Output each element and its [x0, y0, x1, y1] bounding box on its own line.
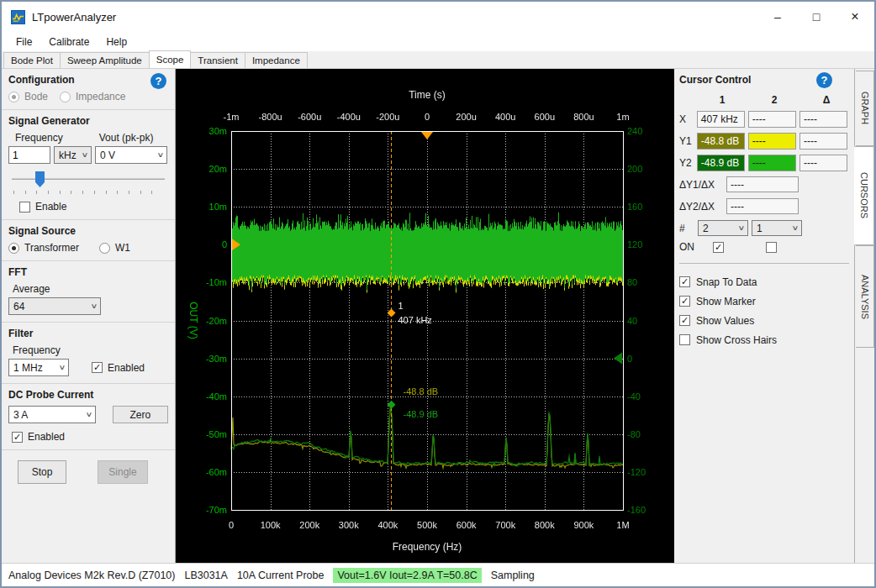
help-icon[interactable]: ? — [816, 72, 832, 88]
tab-sweep-amplitude[interactable]: Sweep Amplitude — [60, 52, 150, 68]
enable-checkbox[interactable] — [19, 202, 30, 213]
dc-probe-section: DC Probe Current 3 A∨ Zero ✓ Enabled — [2, 384, 175, 450]
frequency-slider — [10, 171, 166, 196]
single-button[interactable]: Single — [98, 460, 148, 484]
x-value-delta: ---- — [799, 111, 847, 128]
tab-impedance[interactable]: Impedance — [245, 52, 308, 68]
side-tab-graph[interactable]: GRAPH — [856, 71, 874, 146]
show-marker-label: Show Marker — [696, 296, 756, 307]
filter-enabled-label: Enabled — [108, 362, 145, 374]
title-bar: LTpowerAnalyzer – □ × — [2, 2, 874, 32]
minimize-button[interactable]: – — [758, 2, 797, 32]
cursor-column-headers: 1 2 Δ — [679, 94, 851, 106]
radio-impedance[interactable] — [60, 92, 71, 102]
chevron-down-icon: ∨ — [59, 364, 66, 371]
radio-w1-label: W1 — [115, 242, 130, 254]
menu-help[interactable]: Help — [98, 32, 135, 51]
signal-generator-title: Signal Generator — [8, 115, 168, 127]
chevron-down-icon: ∨ — [792, 224, 799, 232]
dy2-value: ---- — [726, 198, 799, 214]
tab-bar: Bode Plot Sweep Amplitude Scope Transien… — [2, 51, 874, 69]
cursor-2-on-checkbox[interactable] — [766, 242, 777, 253]
tab-transient[interactable]: Transient — [190, 52, 245, 68]
column-1-header: 1 — [698, 94, 747, 106]
close-button[interactable]: × — [836, 2, 874, 32]
y2-label: Y2 — [679, 157, 697, 169]
y2-value-delta: ---- — [799, 155, 847, 171]
cursor-2-number-select[interactable]: 1∨ — [752, 220, 802, 236]
x-value-2: ---- — [748, 111, 796, 128]
menu-calibrate[interactable]: Calibrate — [40, 32, 98, 51]
radio-transformer[interactable] — [8, 243, 19, 254]
app-icon — [11, 10, 25, 24]
status-state: Sampling — [491, 570, 535, 581]
tab-scope[interactable]: Scope — [149, 50, 192, 68]
signal-generator-section: Signal Generator Frequency Vout (pk-pk) … — [2, 110, 175, 220]
app-window: LTpowerAnalyzer – □ × File Calibrate Hel… — [0, 0, 876, 588]
cursor-on-row: ON ✓ — [679, 241, 851, 253]
radio-bode[interactable] — [8, 92, 19, 102]
maximize-button[interactable]: □ — [797, 2, 836, 32]
filter-frequency-select[interactable]: 1 MHz∨ — [8, 359, 69, 376]
cursor-number-row: # 2∨ 1∨ — [679, 220, 851, 236]
dc-probe-current-select[interactable]: 3 A∨ — [8, 406, 96, 423]
show-values-checkbox[interactable]: ✓ — [679, 315, 690, 326]
menu-bar: File Calibrate Help — [2, 32, 874, 51]
fft-title: FFT — [8, 266, 168, 278]
tab-bode-plot[interactable]: Bode Plot — [3, 52, 61, 68]
configuration-title: Configuration — [8, 74, 168, 86]
cursor-1-on-checkbox[interactable]: ✓ — [713, 242, 724, 253]
cursor-x-row: X 407 kHz ---- ---- — [679, 111, 851, 128]
y1-label: Y1 — [679, 135, 697, 147]
show-cross-hairs-label: Show Cross Hairs — [696, 334, 777, 346]
left-panel: Configuration ? Bode Impedance Signal Ge… — [2, 69, 176, 563]
average-select[interactable]: 64∨ — [8, 297, 101, 315]
chevron-down-icon: ∨ — [738, 224, 746, 232]
radio-w1[interactable] — [99, 243, 110, 254]
y1-value-2: ---- — [748, 133, 796, 150]
y1-value-1: -48.8 dB — [697, 133, 745, 150]
status-bar: Analog Devices M2k Rev.D (Z7010) LB3031A… — [2, 563, 874, 586]
show-values-label: Show Values — [696, 315, 754, 327]
stop-button[interactable]: Stop — [18, 460, 66, 484]
slider-track[interactable] — [12, 178, 165, 180]
dy1-value: ---- — [726, 176, 799, 192]
vout-select[interactable]: 0 V∨ — [95, 146, 167, 164]
cursor-y2-row: Y2 -48.9 dB ---- ---- — [679, 155, 851, 171]
cursor-1-number-select[interactable]: 2∨ — [698, 220, 748, 236]
side-tab-analysis[interactable]: ANALYSIS — [856, 245, 874, 348]
dc-probe-enabled-checkbox[interactable]: ✓ — [12, 432, 23, 443]
show-marker-row: ✓ Show Marker — [679, 291, 851, 311]
frequency-input[interactable] — [8, 146, 50, 164]
show-marker-checkbox[interactable]: ✓ — [679, 296, 690, 307]
radio-bode-label: Bode — [24, 91, 48, 102]
filter-enabled-checkbox[interactable]: ✓ — [92, 362, 103, 373]
column-delta-header: Δ — [802, 94, 851, 106]
cursor-y1-row: Y1 -48.8 dB ---- ---- — [679, 133, 851, 150]
filter-title: Filter — [8, 328, 168, 339]
scope-chart[interactable] — [176, 69, 674, 563]
side-tab-cursors[interactable]: CURSORS — [854, 146, 874, 245]
menu-file[interactable]: File — [8, 32, 40, 51]
y1-value-delta: ---- — [799, 133, 847, 150]
frequency-label: Frequency — [15, 132, 63, 144]
y2-value-2: ---- — [748, 155, 796, 171]
filter-frequency-label: Frequency — [13, 344, 168, 356]
dy2-row: ΔY2/ΔX ---- — [679, 198, 851, 214]
help-icon[interactable]: ? — [150, 73, 166, 89]
show-cross-hairs-checkbox[interactable] — [679, 334, 690, 345]
dy1-label: ΔY1/ΔX — [679, 179, 726, 191]
radio-impedance-label: Impedance — [76, 91, 125, 102]
chevron-down-icon: ∨ — [157, 151, 165, 159]
y2-value-1: -48.9 dB — [697, 155, 745, 171]
enable-label: Enable — [35, 201, 66, 213]
slider-handle[interactable] — [35, 171, 45, 187]
snap-to-data-checkbox[interactable]: ✓ — [679, 276, 690, 287]
frequency-unit-select[interactable]: kHz∨ — [54, 146, 92, 164]
zero-button[interactable]: Zero — [113, 406, 168, 423]
status-measurement: Vout=1.6V Iout=2.9A T=50.8C — [333, 568, 481, 583]
signal-source-section: Signal Source Transformer W1 — [2, 220, 175, 261]
chevron-down-icon: ∨ — [91, 302, 98, 310]
fft-section: FFT Average 64∨ — [2, 261, 175, 323]
cursor-control-panel: Cursor Control ? 1 2 Δ X 407 kHz ---- --… — [674, 69, 854, 563]
